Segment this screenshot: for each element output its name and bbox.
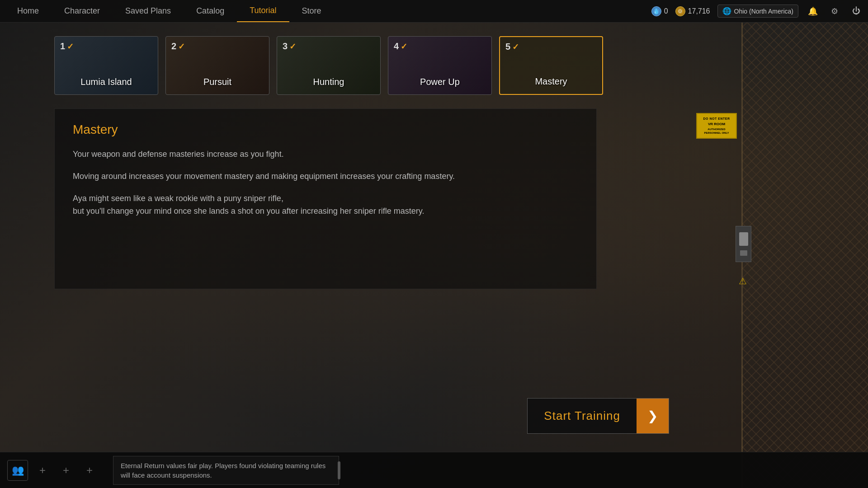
- region-label: Ohio (North America): [734, 8, 793, 15]
- content-paragraph-3: Aya might seem like a weak rookie with a…: [73, 192, 578, 218]
- notice-bar: Eternal Return values fair play. Players…: [113, 456, 339, 485]
- nav-store[interactable]: Store: [289, 0, 334, 22]
- tutorial-card-3[interactable]: 3✓ Hunting: [277, 36, 381, 95]
- navbar: Home Character Saved Plans Catalog Tutor…: [0, 0, 868, 23]
- warning-triangle-icon: ⚠: [739, 276, 747, 286]
- start-training-arrow-icon: ❯: [637, 399, 669, 433]
- region-selector[interactable]: 🌐 Ohio (North America): [717, 5, 798, 18]
- tutorial-cards-container: 1✓ Lumia Island 2✓ Pursuit 3✓ Hunting 4✓…: [0, 23, 868, 104]
- card-check-3: ✓: [289, 42, 296, 51]
- card-check-4: ✓: [401, 42, 407, 51]
- content-title: Mastery: [73, 122, 578, 137]
- globe-icon: 🌐: [722, 7, 731, 15]
- content-paragraph-2: Moving around increases your movement ma…: [73, 170, 578, 183]
- card-number-2: 2✓: [171, 41, 185, 52]
- card-title-5: Mastery: [500, 76, 602, 87]
- card-number-5: 5✓: [505, 42, 519, 52]
- card-check-1: ✓: [67, 42, 74, 51]
- blue-currency-amount: 0: [664, 7, 668, 15]
- card-title-3: Hunting: [277, 77, 380, 87]
- add-friend-button-1[interactable]: +: [33, 461, 52, 479]
- notice-scroll-indicator: [338, 461, 340, 479]
- card-check-2: ✓: [178, 42, 185, 51]
- card-title-2: Pursuit: [166, 77, 269, 87]
- bottom-bar: 👥 + + + Eternal Return values fair play.…: [0, 452, 868, 488]
- power-icon[interactable]: ⏻: [849, 4, 863, 19]
- tutorial-card-4[interactable]: 4✓ Power Up: [388, 36, 492, 95]
- gold-currency-icon: ⚙: [675, 6, 685, 16]
- tutorial-card-1[interactable]: 1✓ Lumia Island: [54, 36, 158, 95]
- notice-text: Eternal Return values fair play. Players…: [121, 462, 326, 479]
- card-title-1: Lumia Island: [55, 77, 158, 87]
- card-number-3: 3✓: [283, 41, 296, 52]
- start-training-label: Start Training: [528, 399, 637, 433]
- gold-currency-amount: 17,716: [688, 7, 710, 15]
- card-check-5: ✓: [512, 42, 519, 52]
- card-title-4: Power Up: [388, 77, 491, 87]
- tutorial-card-5[interactable]: 5✓ Mastery: [499, 36, 603, 95]
- nav-home[interactable]: Home: [5, 0, 52, 22]
- card-number-1: 1✓: [60, 41, 74, 52]
- social-group-icon[interactable]: 👥: [7, 460, 28, 481]
- add-friend-button-2[interactable]: +: [57, 461, 75, 479]
- main-content: Mastery Your weapon and defense masterie…: [54, 108, 597, 289]
- settings-icon[interactable]: ⚙: [827, 4, 842, 19]
- start-training-button[interactable]: Start Training ❯: [527, 398, 669, 434]
- side-panel: [736, 226, 751, 262]
- currency-blue: 💧 0: [651, 6, 668, 16]
- card-number-4: 4✓: [394, 41, 407, 52]
- tutorial-card-2[interactable]: 2✓ Pursuit: [165, 36, 269, 95]
- nav-tutorial[interactable]: Tutorial: [237, 0, 289, 22]
- currency-gold: ⚙ 17,716: [675, 6, 710, 16]
- notification-bell[interactable]: 🔔: [806, 4, 820, 19]
- add-friend-button-3[interactable]: +: [80, 461, 99, 479]
- nav-saved-plans[interactable]: Saved Plans: [113, 0, 184, 22]
- nav-catalog[interactable]: Catalog: [184, 0, 237, 22]
- content-paragraph-1: Your weapon and defense masteries increa…: [73, 148, 578, 161]
- nav-character[interactable]: Character: [52, 0, 113, 22]
- danger-sign: DO NOT ENTER VR ROOM AUTHORIZED PERSONNE…: [696, 113, 737, 139]
- blue-currency-icon: 💧: [651, 6, 661, 16]
